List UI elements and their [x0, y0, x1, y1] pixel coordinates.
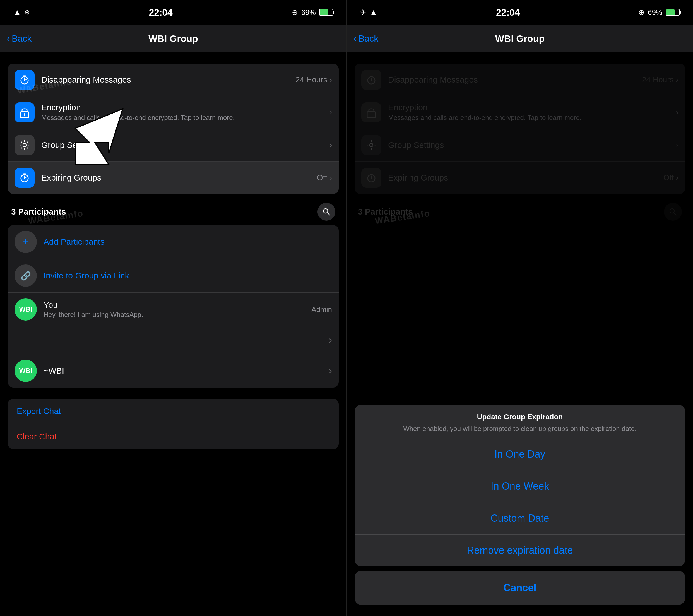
gear-icon	[19, 139, 30, 151]
gs-icon-wrap-right	[361, 135, 381, 155]
export-chat-label: Export Chat	[17, 406, 330, 416]
disappearing-row-right: Disappearing Messages 24 Hours ›	[355, 64, 685, 96]
right-panel: ✈ ▲ 22:04 ⊕ 69% ‹ Back WBI Group	[346, 0, 693, 616]
nav-title-left: WBI Group	[148, 33, 198, 44]
clear-chat-row[interactable]: Clear Chat	[8, 424, 339, 449]
cellular-icon: ⊕	[24, 9, 29, 16]
timer-icon-right	[366, 74, 377, 85]
participant-wbi-row[interactable]: WBI ~WBI ›	[8, 354, 339, 388]
gs-chev-right: ›	[676, 141, 678, 150]
back-chevron-left: ‹	[7, 33, 10, 44]
you-sub: Hey, there! I am using WhatsApp.	[43, 311, 311, 319]
battery-bar-right	[666, 9, 680, 16]
you-name: You	[43, 300, 311, 310]
location-icon-right: ⊕	[638, 8, 645, 17]
status-bar-left: ▲ ⊕ 22:04 ⊕ 69%	[0, 0, 346, 24]
export-chat-row[interactable]: Export Chat	[8, 399, 339, 424]
expiring-groups-row[interactable]: Expiring Groups Off ›	[8, 161, 339, 194]
disappearing-chevron: ›	[330, 75, 332, 84]
clear-chat-label: Clear Chat	[17, 432, 330, 441]
expiring-icon-right	[366, 172, 377, 183]
gs-content-right: Group Settings	[388, 140, 676, 150]
battery-bar-left	[319, 9, 333, 16]
encryption-chevron: ›	[330, 108, 332, 117]
action-sheet: Update Group Expiration When enabled, yo…	[355, 405, 685, 616]
encryption-row-right: Encryption Messages and calls are end-to…	[355, 96, 685, 129]
wifi-icon-right: ▲	[370, 8, 377, 17]
option-remove-expiration[interactable]: Remove expiration date	[355, 535, 685, 567]
invite-avatar: 🔗	[15, 264, 37, 287]
back-label-right: Back	[358, 34, 378, 44]
left-panel: ▲ ⊕ 22:04 ⊕ 69% ‹ Back WBI Group	[0, 0, 346, 616]
svg-marker-5	[75, 109, 123, 165]
action-sheet-main: Update Group Expiration When enabled, yo…	[355, 405, 685, 567]
invite-link-row[interactable]: 🔗 Invite to Group via Link	[8, 259, 339, 293]
status-time-right: 22:04	[496, 7, 519, 18]
empty-row[interactable]: ›	[8, 326, 339, 354]
disappearing-messages-row[interactable]: Disappearing Messages 24 Hours ›	[8, 64, 339, 96]
wbi-name: ~WBI	[43, 366, 329, 376]
back-button-right[interactable]: ‹ Back	[354, 33, 378, 44]
search-button-right	[664, 203, 682, 221]
gs-title-right: Group Settings	[388, 140, 676, 150]
option-in-one-day[interactable]: In One Day	[355, 438, 685, 470]
group-settings-row[interactable]: Group Settings ›	[8, 129, 339, 161]
action-sheet-title: Update Group Expiration	[363, 413, 676, 421]
bottom-actions-left: Export Chat Clear Chat	[8, 399, 339, 449]
you-badge: Admin	[311, 305, 332, 314]
lock-icon-right	[366, 106, 377, 118]
disappearing-val-text: 24 Hours	[295, 75, 327, 84]
disappearing-content: Disappearing Messages	[41, 75, 295, 84]
expiring-chevron: ›	[330, 173, 332, 182]
expiring-row-right: Expiring Groups Off ›	[355, 161, 685, 194]
disappearing-icon-wrap-right	[361, 70, 381, 90]
participant-you-row[interactable]: WBI You Hey, there! I am using WhatsApp.…	[8, 293, 339, 326]
search-icon	[322, 207, 331, 216]
you-content: You Hey, there! I am using WhatsApp.	[43, 300, 311, 319]
nav-bar-left: ‹ Back WBI Group	[0, 24, 346, 53]
option-custom-date[interactable]: Custom Date	[355, 502, 685, 535]
group-settings-chevron: ›	[330, 141, 332, 150]
airplane-icon: ✈	[360, 8, 366, 17]
in-one-week-label: In One Week	[363, 480, 676, 492]
enc-title-right: Encryption	[388, 103, 676, 112]
battery-fill-right	[666, 9, 675, 15]
disappearing-title-right: Disappearing Messages	[388, 75, 642, 84]
expiring-groups-value: Off ›	[317, 173, 332, 182]
back-button-left[interactable]: ‹ Back	[7, 33, 32, 44]
nav-title-right: WBI Group	[495, 33, 545, 44]
encryption-row[interactable]: Encryption Messages and calls are end-to…	[8, 96, 339, 129]
search-button-left[interactable]	[317, 203, 335, 221]
settings-list-left: Disappearing Messages 24 Hours › Encrypt…	[8, 64, 339, 194]
timer-icon	[19, 74, 30, 85]
disappearing-val-right: 24 Hours ›	[642, 75, 678, 84]
add-participants-row[interactable]: + Add Participants	[8, 225, 339, 259]
back-chevron-right: ‹	[354, 33, 357, 44]
option-in-one-week[interactable]: In One Week	[355, 470, 685, 502]
dimmed-content-right: Disappearing Messages 24 Hours › Encrypt…	[347, 64, 693, 225]
enc-sub-right: Messages and calls are end-to-end encryp…	[388, 113, 676, 122]
participants-title-right: 3 Participants	[358, 207, 413, 217]
status-right-icons: ⊕ 69%	[292, 8, 333, 17]
encryption-icon-wrap	[15, 102, 35, 122]
exp-icon-wrap-right	[361, 168, 381, 188]
exp-content-right: Expiring Groups	[388, 173, 664, 182]
search-icon-right	[669, 207, 677, 216]
gear-icon-right	[366, 139, 377, 151]
lock-icon	[19, 106, 30, 118]
status-left-icons: ▲ ⊕	[13, 8, 29, 17]
wifi-icon: ▲	[13, 8, 21, 17]
enc-content-right: Encryption Messages and calls are end-to…	[388, 103, 676, 122]
enc-icon-wrap-right	[361, 102, 381, 122]
expiring-timer-icon	[19, 172, 30, 183]
expiring-groups-content: Expiring Groups	[41, 173, 317, 182]
participants-header-left: 3 Participants	[0, 194, 346, 225]
remove-expiration-label: Remove expiration date	[363, 544, 676, 556]
in-one-day-label: In One Day	[363, 448, 676, 460]
expiring-groups-icon-wrap	[15, 168, 35, 188]
exp-val-right: Off ›	[664, 173, 678, 182]
status-bar-right: ✈ ▲ 22:04 ⊕ 69%	[347, 0, 693, 24]
disappearing-content-right: Disappearing Messages	[388, 75, 642, 84]
custom-date-label: Custom Date	[363, 513, 676, 524]
action-sheet-cancel[interactable]: Cancel	[355, 571, 685, 605]
